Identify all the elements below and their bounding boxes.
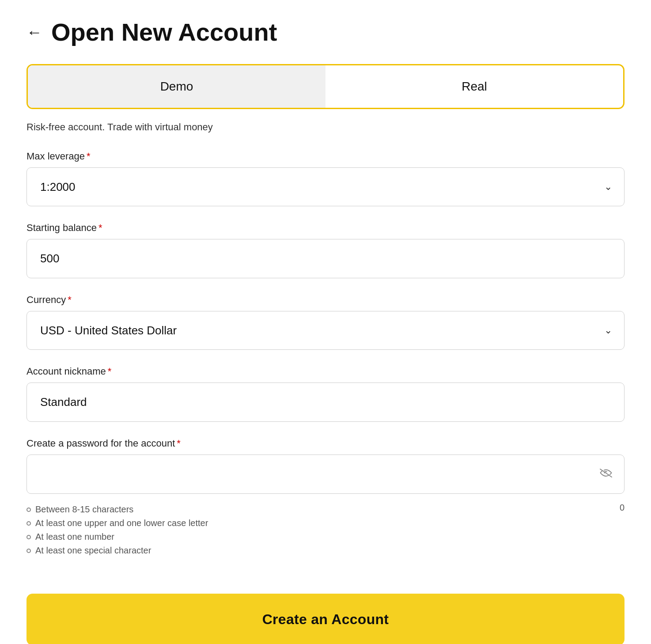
hint-case: At least one upper and one lower case le… [26,518,625,528]
page-title: Open New Account [51,18,277,46]
starting-balance-required: * [98,222,102,233]
hint-bullet-case [26,521,31,526]
currency-group: Currency* USD - United States Dollar EUR… [26,294,625,350]
toggle-password-icon[interactable] [600,469,612,480]
max-leverage-select[interactable]: 1:2000 1:1000 1:500 1:200 1:100 [26,167,625,206]
password-label: Create a password for the account* [26,438,625,449]
char-count: 0 [620,503,625,513]
hint-bullet-characters [26,508,31,512]
account-nickname-input[interactable] [26,383,625,422]
currency-select[interactable]: USD - United States Dollar EUR - Euro GB… [26,311,625,350]
account-nickname-label: Account nickname* [26,366,625,377]
max-leverage-label: Max leverage* [26,151,625,162]
starting-balance-input[interactable] [26,239,625,278]
password-group: Create a password for the account* Betwe… [26,438,625,556]
max-leverage-select-wrapper: 1:2000 1:1000 1:500 1:200 1:100 ⌄ [26,167,625,206]
hint-row-chars: Between 8-15 characters 0 [26,501,625,515]
create-account-button[interactable]: Create an Account [26,594,625,644]
tab-real[interactable]: Real [326,65,623,108]
hint-number: At least one number [26,532,625,542]
password-wrapper [26,455,625,494]
password-required: * [177,438,181,449]
account-type-tabs: Demo Real [26,64,625,109]
tab-description: Risk-free account. Trade with virtual mo… [26,121,625,133]
max-leverage-group: Max leverage* 1:2000 1:1000 1:500 1:200 … [26,151,625,206]
starting-balance-group: Starting balance* [26,222,625,278]
page-header: ← Open New Account [26,18,625,46]
account-nickname-group: Account nickname* [26,366,625,422]
starting-balance-label: Starting balance* [26,222,625,234]
tab-demo[interactable]: Demo [28,65,326,108]
hint-characters: Between 8-15 characters [26,504,133,515]
currency-required: * [68,294,72,305]
account-nickname-required: * [108,366,112,377]
hint-bullet-special [26,549,31,553]
password-input[interactable] [26,455,625,494]
currency-select-wrapper: USD - United States Dollar EUR - Euro GB… [26,311,625,350]
currency-label: Currency* [26,294,625,306]
back-button[interactable]: ← [26,24,42,40]
hint-bullet-number [26,535,31,539]
max-leverage-required: * [87,151,91,162]
hint-special: At least one special character [26,546,625,556]
password-hints: Between 8-15 characters 0 At least one u… [26,501,625,556]
